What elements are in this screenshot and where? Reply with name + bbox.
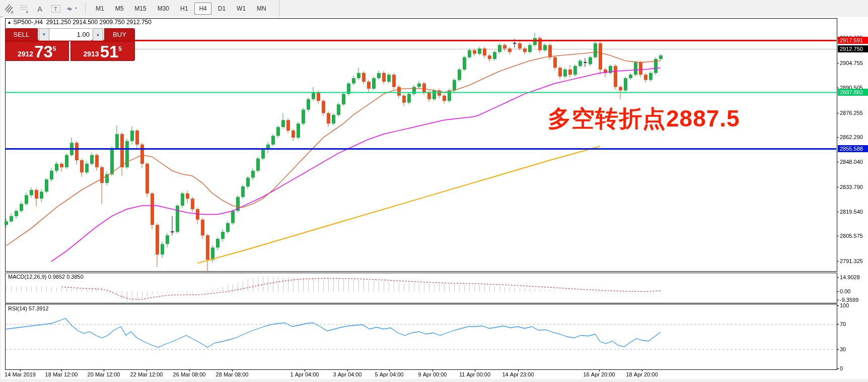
sell-price-fraction: 5 bbox=[53, 45, 56, 52]
buy-price-display[interactable]: 2913 51 5 bbox=[70, 41, 135, 61]
symbol-direction-icon: ▲ bbox=[7, 20, 12, 25]
sell-price-main: 2912 bbox=[18, 50, 33, 58]
symbol-ohlc-header: ▲ SP500-,H4 2911.250 2914.500 2909.750 2… bbox=[7, 19, 152, 26]
chevron-up-icon: ▲ bbox=[96, 32, 100, 37]
sell-button[interactable]: SELL bbox=[5, 28, 38, 41]
buy-price-pips: 51 bbox=[100, 44, 119, 59]
lot-decrease-button[interactable]: ▼ bbox=[39, 28, 49, 41]
buy-price-fraction: 5 bbox=[118, 45, 122, 52]
sell-price-display[interactable]: 2912 73 5 bbox=[5, 41, 69, 61]
chevron-down-icon: ▼ bbox=[42, 32, 46, 37]
buy-button[interactable]: BUY bbox=[104, 28, 135, 41]
chart-window: ▲ SP500-,H4 2911.250 2914.500 2909.750 2… bbox=[2, 17, 868, 382]
lot-increase-button[interactable]: ▲ bbox=[93, 28, 103, 41]
macd-indicator-label: MACD(12,26,9) 0.9852 0.3850 bbox=[8, 274, 84, 280]
chart-annotation-text: 多空转折点2887.5 bbox=[548, 103, 740, 135]
ohlc-values: 2911.250 2914.500 2909.750 2912.750 bbox=[46, 19, 152, 26]
window-bottom-frame bbox=[0, 379, 868, 382]
lot-size-input[interactable] bbox=[49, 28, 92, 41]
buy-price-main: 2913 bbox=[83, 50, 99, 58]
symbol-name: SP500-,H4 bbox=[13, 19, 43, 26]
one-click-trading-panel: SELL ▼ ▲ BUY 2912 73 5 2913 51 5 bbox=[5, 28, 135, 61]
terminal-screen: E F A T bbox=[0, 0, 868, 382]
sell-price-pips: 73 bbox=[34, 44, 53, 59]
rsi-indicator-label: RSI(14) 57.3912 bbox=[8, 305, 49, 311]
